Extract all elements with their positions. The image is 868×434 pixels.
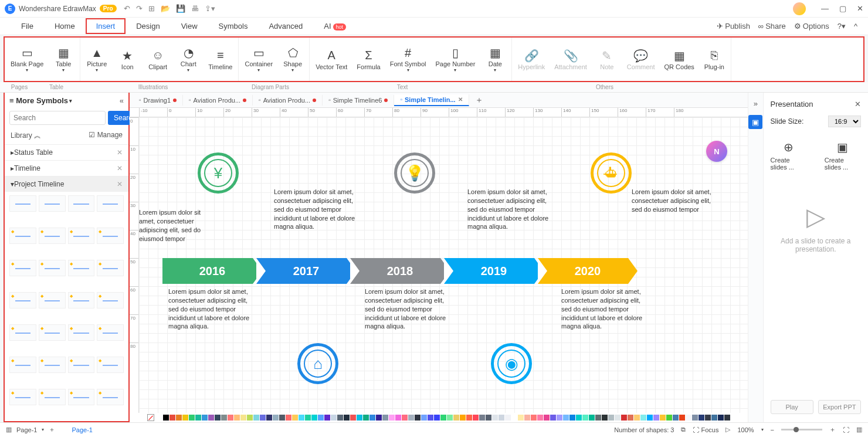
menu-home[interactable]: Home bbox=[44, 18, 86, 34]
color-swatch[interactable] bbox=[628, 415, 633, 421]
color-swatch[interactable] bbox=[569, 415, 575, 421]
ribbon-formula[interactable]: ΣFormula bbox=[352, 40, 385, 79]
color-swatch[interactable] bbox=[563, 415, 569, 421]
create-slides-frame-button[interactable]: ▣Create slides ... bbox=[825, 140, 861, 171]
color-swatch[interactable] bbox=[305, 415, 311, 421]
menu-file[interactable]: File bbox=[11, 18, 44, 34]
color-swatch[interactable] bbox=[344, 415, 350, 421]
symbol-thumb[interactable] bbox=[9, 195, 36, 212]
symbol-thumb[interactable] bbox=[97, 389, 124, 405]
ribbon-picture[interactable]: ▲Picture▾ bbox=[82, 40, 112, 79]
color-swatch[interactable] bbox=[376, 415, 382, 421]
menu-ai[interactable]: AIhot bbox=[313, 18, 357, 34]
panels-icon[interactable]: ▥ bbox=[856, 426, 862, 433]
close-cat-icon[interactable]: ✕ bbox=[117, 148, 123, 157]
color-swatch[interactable] bbox=[395, 415, 401, 421]
symbol-thumb[interactable] bbox=[39, 228, 66, 244]
zoom-in-icon[interactable]: ＋ bbox=[829, 425, 836, 434]
symbol-thumb[interactable] bbox=[97, 260, 124, 276]
share-button[interactable]: ∞ Share bbox=[758, 22, 786, 30]
new-tab-button[interactable]: ＋ bbox=[469, 95, 489, 106]
zoom-level[interactable]: 100% bbox=[737, 426, 754, 433]
color-swatch[interactable] bbox=[550, 415, 556, 421]
color-swatch[interactable] bbox=[169, 415, 175, 421]
minimize-icon[interactable]: — bbox=[821, 4, 829, 13]
ribbon-page-number[interactable]: ▯Page Number▾ bbox=[430, 40, 480, 79]
publish-button[interactable]: ✈ Publish bbox=[717, 22, 750, 30]
color-swatch[interactable] bbox=[221, 415, 227, 421]
manage-library-button[interactable]: ☑ Manage bbox=[89, 131, 123, 141]
dropdown-icon[interactable]: ▾ bbox=[69, 98, 72, 104]
symbol-thumb[interactable] bbox=[68, 292, 95, 308]
color-swatch[interactable] bbox=[544, 415, 550, 421]
page-link[interactable]: Page-1 bbox=[72, 426, 92, 433]
ribbon-table[interactable]: ▦Table▾ bbox=[48, 40, 79, 79]
color-swatch[interactable] bbox=[389, 415, 395, 421]
color-swatch[interactable] bbox=[286, 415, 291, 421]
export-ppt-button[interactable]: Export PPT bbox=[818, 400, 861, 414]
color-swatch[interactable] bbox=[699, 415, 704, 421]
color-swatch[interactable] bbox=[350, 415, 356, 421]
color-swatch[interactable] bbox=[505, 415, 511, 421]
color-swatch[interactable] bbox=[692, 415, 698, 421]
timeline-text[interactable]: Lorem ipsum dolor sit amet, consectetuer… bbox=[274, 188, 365, 231]
timeline-circle-icon[interactable]: 💡 bbox=[394, 152, 435, 194]
color-swatch[interactable] bbox=[647, 415, 653, 421]
menu-design[interactable]: Design bbox=[126, 18, 170, 34]
collapse-panel-icon[interactable]: « bbox=[120, 96, 124, 105]
print-icon[interactable]: 🖶 bbox=[191, 4, 199, 13]
color-swatch[interactable] bbox=[653, 415, 659, 421]
no-fill-swatch[interactable] bbox=[147, 414, 154, 421]
timeline-circle-icon[interactable]: ◉ bbox=[491, 343, 532, 384]
symbol-thumb[interactable] bbox=[68, 324, 95, 341]
color-swatch[interactable] bbox=[157, 415, 162, 421]
symbol-thumb[interactable] bbox=[39, 260, 66, 276]
color-swatch[interactable] bbox=[524, 415, 530, 421]
doc-tab[interactable]: ▫Aviation Produ... bbox=[253, 95, 323, 106]
color-swatch[interactable] bbox=[615, 415, 621, 421]
color-swatch[interactable] bbox=[253, 415, 259, 421]
color-swatch[interactable] bbox=[311, 415, 317, 421]
symbol-thumb[interactable] bbox=[97, 228, 124, 244]
color-swatch[interactable] bbox=[595, 415, 601, 421]
color-swatch[interactable] bbox=[331, 415, 337, 421]
ribbon-shape[interactable]: ⬠Shape▾ bbox=[277, 40, 308, 79]
color-swatch[interactable] bbox=[660, 415, 666, 421]
doc-tab[interactable]: ▫Simple Timelin...✕ bbox=[394, 94, 469, 106]
color-swatch[interactable] bbox=[234, 415, 240, 421]
color-swatch[interactable] bbox=[537, 415, 543, 421]
color-swatch[interactable] bbox=[195, 415, 201, 421]
color-swatch[interactable] bbox=[402, 415, 408, 421]
color-swatch[interactable] bbox=[679, 415, 685, 421]
timeline-text[interactable]: Lorem ipsum dolor sit amet, consectetuer… bbox=[632, 188, 720, 214]
symbol-thumb[interactable] bbox=[68, 195, 95, 212]
color-swatch[interactable] bbox=[666, 415, 672, 421]
page-layout-icon[interactable]: ▥ bbox=[6, 426, 12, 433]
zoom-out-icon[interactable]: − bbox=[771, 426, 774, 433]
category-status-table[interactable]: ▸ Status Table✕ bbox=[5, 144, 128, 160]
save-icon[interactable]: 💾 bbox=[176, 4, 185, 13]
timeline-text[interactable]: Lorem ipsum dolor sit amet, consectetuer… bbox=[467, 188, 558, 231]
symbol-thumb[interactable] bbox=[9, 389, 36, 405]
symbol-thumb[interactable] bbox=[9, 324, 36, 341]
menu-view[interactable]: View bbox=[171, 18, 208, 34]
color-swatch[interactable] bbox=[408, 415, 414, 421]
color-swatch[interactable] bbox=[337, 415, 343, 421]
ribbon-plug-in[interactable]: ⎘Plug-in bbox=[699, 40, 730, 79]
symbol-thumb[interactable] bbox=[68, 260, 95, 276]
ribbon-icon[interactable]: ★Icon bbox=[112, 40, 143, 79]
color-swatch[interactable] bbox=[440, 415, 446, 421]
slide-size-select[interactable]: 16:9 bbox=[828, 116, 861, 127]
close-tab-icon[interactable]: ✕ bbox=[458, 96, 463, 103]
color-swatch[interactable] bbox=[466, 415, 472, 421]
color-swatch[interactable] bbox=[479, 415, 485, 421]
ribbon-vector-text[interactable]: AVector Text bbox=[311, 40, 352, 79]
color-swatch[interactable] bbox=[447, 415, 453, 421]
timeline-text[interactable]: Lorem ipsum dolor sit amet, consectetuer… bbox=[365, 287, 456, 331]
page-name[interactable]: Page-1 bbox=[16, 426, 37, 433]
symbol-thumb[interactable] bbox=[39, 389, 66, 405]
color-swatch[interactable] bbox=[486, 415, 491, 421]
user-avatar[interactable] bbox=[793, 2, 806, 15]
color-swatch[interactable] bbox=[621, 415, 627, 421]
color-swatch[interactable] bbox=[582, 415, 588, 421]
